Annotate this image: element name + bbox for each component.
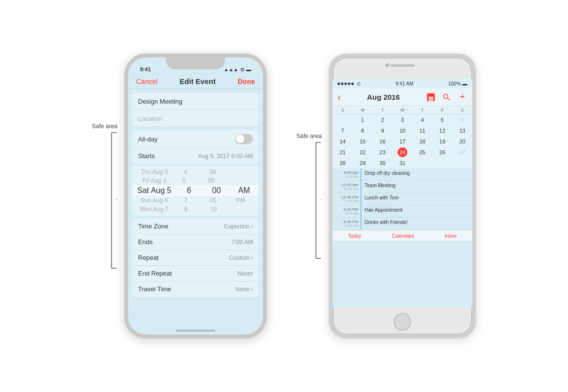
cal-day-28[interactable]: 28 [333, 158, 353, 168]
event-time-3: 12:00 PM 1:00 PM [333, 193, 360, 205]
calendar-view-button[interactable] [426, 92, 436, 102]
time-row-4: Sun Aug 6 7 05 PM [132, 196, 259, 205]
cancel-button[interactable]: Cancel [136, 78, 158, 85]
calendar-grid: S M T W T F S 1 2 3 4 [333, 106, 472, 168]
cal-day-2[interactable]: 2 [372, 114, 393, 125]
travel-row[interactable]: Travel Time None › [132, 281, 259, 297]
form-section-details: Time Zone Cupertino › Ends 7:00 AM Repea… [132, 219, 259, 297]
add-event-button[interactable]: + [457, 92, 467, 102]
repeat-row[interactable]: Repeat Custom › [132, 250, 259, 266]
done-button[interactable]: Done [238, 78, 255, 85]
cal-day-23[interactable]: 23 [372, 147, 393, 158]
starts-row[interactable]: Starts Aug 5, 2017 6:00 AM [132, 148, 259, 164]
cal-day-4[interactable]: 4 [412, 114, 432, 125]
safe-area-right-label: Safe area [296, 133, 322, 140]
wifi-icon: ⊙ [240, 67, 244, 72]
event-row-4[interactable]: 6:00 PM 6:45 PM Hair Appointment [333, 205, 472, 218]
event-row-2[interactable]: 11:00 AM 12:00 PM Team Meeting [333, 181, 472, 193]
tab-today[interactable]: Today [348, 233, 361, 239]
cal-day-5[interactable]: 5 [432, 114, 453, 125]
cal-day-19[interactable]: 19 [432, 136, 453, 147]
day-header-t1: T [372, 108, 393, 112]
event-time-4: 6:00 PM 6:45 PM [333, 205, 360, 217]
iphone-x-time: 9:41 [140, 66, 151, 72]
cal-day-17[interactable]: 17 [393, 136, 413, 147]
safe-area-left: Safe area [92, 123, 117, 269]
location-row[interactable] [132, 110, 259, 127]
tab-inbox[interactable]: Inbox [445, 233, 456, 239]
event-row-3[interactable]: 12:00 PM 1:00 PM Lunch with Tom [333, 193, 472, 205]
cal-day-10[interactable]: 10 [393, 125, 413, 136]
iphone-6-speaker [390, 64, 415, 67]
back-button[interactable]: ‹ [338, 91, 341, 103]
cal-day-13[interactable]: 13 [452, 125, 472, 136]
allday-toggle[interactable] [235, 134, 253, 144]
cal-day-7[interactable]: 7 [333, 125, 353, 136]
cal-day-26[interactable]: 26 [432, 147, 453, 158]
event-name-row[interactable] [132, 93, 259, 110]
cal-day-11[interactable]: 11 [412, 125, 432, 136]
cal-day-29[interactable]: 29 [353, 158, 373, 168]
location-input[interactable] [138, 115, 253, 122]
nav-icons: + [426, 92, 467, 102]
timezone-row[interactable]: Time Zone Cupertino › [132, 219, 259, 234]
cal-day-6[interactable]: 6 [452, 114, 472, 125]
ends-row[interactable]: Ends 7:00 AM [132, 234, 259, 250]
cal-day-1[interactable]: 1 [353, 114, 373, 125]
iphone-6-status-bar: ⊙ 9:41 AM 100% ▬ [333, 79, 472, 88]
cal-day-3[interactable]: 3 [393, 114, 413, 125]
time-picker[interactable]: Thu Aug 3 4 50 Fri Aug 4 5 55 Sat [132, 166, 259, 216]
cal-day-14[interactable]: 14 [333, 136, 353, 147]
cal-day-12[interactable]: 12 [432, 125, 453, 136]
svg-point-8 [444, 94, 448, 98]
calendar-header: S M T W T F S [333, 106, 472, 114]
signal-dot-3 [344, 83, 347, 85]
ends-value: 7:00 AM [231, 239, 253, 246]
events-list: 8:00 AM 8:45 AM Drop off dry cleaning 11… [333, 168, 472, 230]
nav-title: Edit Event [180, 77, 216, 85]
day-header-w: W [393, 108, 413, 112]
cal-day-27[interactable]: 27 [452, 147, 472, 158]
cal-day-empty3 [432, 158, 453, 168]
tab-calendars[interactable]: Calendars [392, 233, 414, 239]
cal-day-21[interactable]: 21 [333, 147, 353, 158]
end-repeat-label: End Repeat [138, 270, 172, 277]
event-name-input[interactable] [138, 98, 253, 105]
status-icons: ▲▲▲ ⊙ ▬ [224, 67, 251, 72]
cal-day-9[interactable]: 9 [372, 125, 393, 136]
allday-row[interactable]: All-day [132, 130, 259, 148]
cal-day-30[interactable]: 30 [372, 158, 393, 168]
cal-day-31[interactable]: 31 [393, 158, 413, 168]
event-time-2: 11:00 AM 12:00 PM [333, 181, 360, 193]
cal-day-24[interactable]: 24 [393, 147, 413, 158]
cal-day-18[interactable]: 18 [412, 136, 432, 147]
repeat-label: Repeat [138, 254, 159, 261]
event-row-1[interactable]: 8:00 AM 8:45 AM Drop off dry cleaning [333, 168, 472, 181]
timezone-value: Cupertino › [224, 223, 253, 230]
cal-day-15[interactable]: 15 [353, 136, 373, 147]
form-section-title [132, 93, 259, 127]
time-row-2: Fri Aug 4 5 55 [132, 176, 259, 185]
day-header-f: F [432, 108, 453, 112]
event-name-4: Hair Appointment [362, 205, 472, 217]
cal-day-16[interactable]: 16 [372, 136, 393, 147]
time-row-selected: Sat Aug 5 6 00 AM [132, 185, 259, 196]
cal-day-22[interactable]: 22 [353, 147, 373, 158]
timezone-label: Time Zone [138, 223, 169, 230]
cal-day-20[interactable]: 20 [452, 136, 472, 147]
cal-day-empty2 [412, 158, 432, 168]
day-header-s1: S [333, 108, 353, 112]
cal-day-8[interactable]: 8 [353, 125, 373, 136]
end-repeat-row[interactable]: End Repeat Never [132, 266, 259, 281]
search-button[interactable] [442, 92, 452, 102]
cal-day-25[interactable]: 25 [412, 147, 432, 158]
iphone-6-home-button[interactable] [394, 313, 411, 331]
event-name-5: Drinks with Friends! [362, 218, 472, 229]
event-row-5[interactable]: 8:30 PM 9:30 PM Drinks with Friends! [333, 218, 472, 230]
safe-area-left-label: Safe area [92, 123, 117, 130]
travel-value: None › [235, 286, 253, 293]
iphone-x-notch [166, 57, 225, 69]
tab-bar: Today Calendars Inbox [333, 230, 472, 241]
calendar-body: 1 2 3 4 5 6 7 8 9 10 11 12 13 [333, 114, 472, 168]
signal-icon: ▲▲▲ [224, 67, 238, 72]
